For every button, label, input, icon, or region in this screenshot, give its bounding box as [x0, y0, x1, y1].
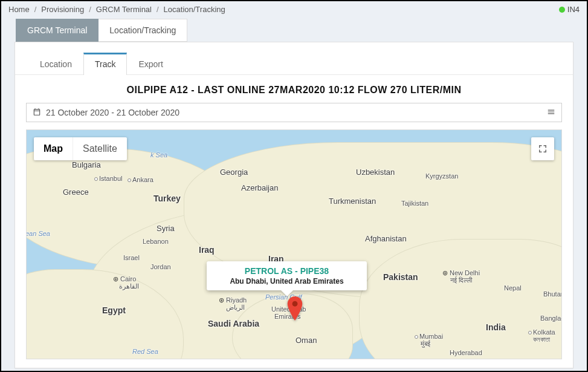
capital-dot-icon: ⊛: [442, 269, 448, 277]
breadcrumb-item[interactable]: GRCM Terminal: [96, 5, 152, 14]
city-dot-icon: [528, 331, 532, 334]
map-type-control: Map Satellite: [34, 137, 127, 160]
breadcrumb: Home / Provisioning / GRCM Terminal / Lo…: [8, 5, 225, 14]
breadcrumb-sep: /: [34, 5, 37, 14]
map-type-satellite[interactable]: Satellite: [73, 137, 127, 160]
svg-point-0: [292, 301, 298, 307]
capital-dot-icon: ⊛: [219, 296, 224, 304]
tab-grcm-terminal[interactable]: GRCM Terminal: [16, 19, 99, 42]
breadcrumb-item[interactable]: Provisioning: [41, 5, 84, 14]
map-type-map[interactable]: Map: [34, 137, 73, 160]
map-container[interactable]: Map Satellite BulgariaGreeceIstanbulAnka…: [26, 129, 562, 359]
breadcrumb-item: Location/Tracking: [164, 5, 225, 14]
breadcrumb-sep: /: [157, 5, 159, 14]
breadcrumb-item[interactable]: Home: [8, 5, 30, 14]
date-range-picker[interactable]: 21 October 2020 - 21 October 2020: [26, 103, 562, 122]
calendar-icon: [33, 108, 41, 117]
tab-location-tracking[interactable]: Location/Tracking: [99, 19, 187, 42]
primary-tabs: GRCM Terminal Location/Tracking: [1, 18, 587, 42]
asset-status-title: OILPIPE A12 - LAST ONLINE 27MAR2020 10:1…: [26, 85, 562, 96]
tab-track[interactable]: Track: [83, 53, 127, 75]
status-dot-icon: [559, 7, 565, 13]
map-pin-icon: [286, 296, 303, 321]
city-dot-icon: [128, 178, 131, 182]
status-indicator: IN4: [559, 5, 580, 14]
infowindow-subtitle: Abu Dhabi, United Arab Emirates: [214, 277, 360, 286]
fullscreen-icon: [537, 143, 548, 154]
infowindow-title: PETROL AS - PIPE38: [214, 266, 360, 276]
status-label: IN4: [567, 5, 580, 14]
capital-dot-icon: ⊛: [113, 275, 118, 283]
date-range-text: 21 October 2020 - 21 October 2020: [46, 108, 179, 117]
city-dot-icon: [94, 177, 98, 181]
marker-infowindow[interactable]: PETROL AS - PIPE38 Abu Dhabi, United Ara…: [207, 261, 367, 290]
map-marker-pin[interactable]: [286, 296, 303, 323]
city-dot-icon: [415, 335, 418, 339]
secondary-tabs: Location Track Export: [15, 42, 573, 75]
tab-location[interactable]: Location: [28, 53, 83, 75]
fullscreen-button[interactable]: [531, 137, 554, 160]
tab-export[interactable]: Export: [127, 53, 174, 75]
breadcrumb-sep: /: [89, 5, 91, 14]
content-panel: Location Track Export OILPIPE A12 - LAST…: [15, 42, 573, 368]
menu-icon: [547, 108, 555, 117]
